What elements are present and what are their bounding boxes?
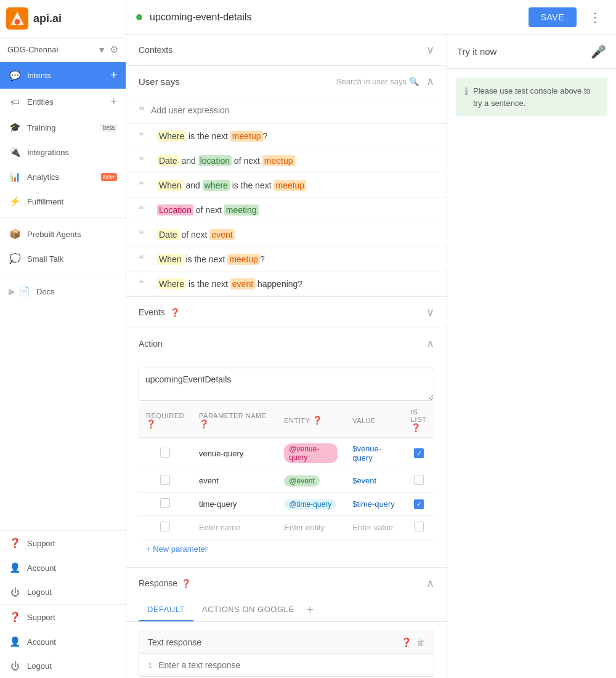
sidebar-item-prebuilt[interactable]: 📦 Prebuilt Agents [0, 222, 126, 246]
response-help-icon[interactable]: ❓ [181, 579, 191, 588]
value-header: VALUE [345, 403, 403, 438]
main-content: upcoming-event-details SAVE ⋮ Contexts ∨… [126, 0, 616, 678]
entity-highlight: meetup [227, 254, 260, 265]
required-checkbox[interactable] [160, 475, 170, 485]
islist-checkbox[interactable] [414, 475, 424, 485]
entity-highlight: meeting [224, 204, 259, 216]
settings-icon[interactable]: ⚙ [110, 44, 118, 55]
entity-help-icon[interactable]: ❓ [312, 416, 323, 425]
quote-icon: ❝ [139, 278, 151, 289]
save-button[interactable]: SAVE [529, 7, 577, 27]
sidebar-item-support2[interactable]: ❓ Support [0, 605, 126, 629]
try-it-label: Try it now [457, 46, 591, 57]
contexts-section: Contexts ∨ [126, 34, 447, 66]
expression-row: ❝ When is the next meetup? [126, 247, 447, 272]
sidebar-item-logout2[interactable]: ⏻ Logout [0, 654, 126, 678]
account-icon2: 👤 [9, 636, 21, 647]
sidebar-item-entities[interactable]: 🏷 Entities + [0, 89, 126, 115]
training-icon: 🎓 [9, 122, 21, 133]
islist-checkbox[interactable] [414, 522, 424, 531]
islist-cell [403, 469, 434, 493]
dropdown-arrow-icon: ▼ [97, 45, 106, 55]
action-input[interactable]: upcomingEventDetails [139, 368, 434, 401]
sidebar-item-support1[interactable]: ❓ Support [0, 531, 126, 555]
search-user-says[interactable]: Search in user says 🔍 [336, 77, 421, 86]
entity-cell: Enter entity [277, 516, 345, 539]
add-intent-icon[interactable]: + [110, 69, 117, 82]
sidebar-item-fulfillment[interactable]: ⚡ Fulfillment [0, 189, 126, 214]
quote-icon: ❝ [139, 103, 145, 117]
paramname-help-icon[interactable]: ❓ [199, 419, 209, 429]
expression-text: When and where is the next meetup [157, 180, 306, 190]
required-checkbox[interactable] [160, 498, 170, 508]
required-help-icon[interactable]: ❓ [146, 419, 156, 429]
more-options-button[interactable]: ⋮ [584, 7, 606, 27]
quote-icon: ❝ [139, 204, 151, 216]
islist-help-icon[interactable]: ❓ [411, 423, 421, 432]
contexts-chevron-icon: ∨ [426, 43, 434, 57]
sidebar-item-small-talk[interactable]: 💭 Small Talk [0, 246, 126, 271]
sidebar-item-label: Fulfillment [27, 197, 117, 206]
islist-checkbox[interactable]: ✓ [414, 448, 424, 458]
action-header[interactable]: Action ∧ [126, 328, 447, 359]
response-header: Response ❓ ∧ [126, 568, 447, 599]
user-says-title: User says [139, 76, 336, 87]
new-parameter-link[interactable]: + New parameter [146, 539, 208, 559]
sidebar-item-docs[interactable]: ▶ 📄 Docs [0, 279, 126, 304]
entities-icon: 🏷 [9, 97, 21, 107]
entity-highlight: location [198, 155, 232, 166]
add-expression-input[interactable] [151, 105, 434, 115]
fulfillment-icon: ⚡ [9, 196, 21, 207]
sidebar-item-logout1[interactable]: ⏻ Logout [0, 580, 126, 604]
required-checkbox[interactable] [160, 448, 170, 458]
sidebar-item-account1[interactable]: 👤 Account [0, 555, 126, 580]
app-name: api.ai [33, 12, 62, 25]
tab-actions-on-google[interactable]: ACTIONS ON GOOGLE [193, 599, 302, 621]
action-section: Action ∧ upcomingEventDetails REQUIRED ❓ [126, 328, 447, 568]
sidebar-item-label: Account [27, 637, 117, 647]
microphone-icon[interactable]: 🎤 [591, 44, 606, 59]
analytics-badge: new [101, 173, 117, 181]
text-response-title: Text response [148, 637, 401, 647]
tab-default[interactable]: DEFAULT [139, 599, 193, 621]
entity-tag: @event [284, 475, 320, 486]
value-cell: $event [345, 469, 403, 493]
param-value: $venue-query [352, 444, 381, 462]
try-it-bar: Try it now 🎤 [447, 34, 616, 69]
sidebar-item-integrations[interactable]: 🔌 Integrations [0, 140, 126, 164]
islist-checkbox[interactable]: ✓ [414, 499, 424, 509]
add-tab-button[interactable]: + [306, 603, 314, 617]
response-title: Response ❓ [139, 578, 426, 588]
param-value: $time-query [352, 499, 395, 509]
text-response-input[interactable] [158, 660, 425, 670]
workspace-selector[interactable]: GDG-Chennai ▼ ⚙ [0, 38, 126, 62]
expression-row: ❝ Where is the next meetup? [126, 124, 447, 148]
entity-cell: @time-query [277, 493, 345, 516]
prebuilt-icon: 📦 [9, 228, 21, 240]
events-title: Events ❓ [139, 307, 426, 317]
events-header[interactable]: Events ❓ ∨ [126, 297, 447, 328]
expression-row: ❝ Where is the next event happening? [126, 272, 447, 296]
contexts-header[interactable]: Contexts ∨ [126, 34, 447, 65]
entity-highlight: where [203, 180, 230, 191]
delete-icon[interactable]: 🗑 [416, 637, 425, 647]
param-name-header: PARAMETER NAME ❓ [192, 403, 277, 438]
sidebar-item-analytics[interactable]: 📊 Analytics new [0, 164, 126, 189]
required-checkbox[interactable] [160, 522, 170, 531]
contexts-title: Contexts [139, 45, 426, 55]
entity-highlight: Where [157, 278, 186, 289]
events-help-icon[interactable]: ❓ [170, 308, 180, 317]
user-says-chevron-icon: ∧ [426, 75, 434, 88]
svg-point-2 [15, 19, 20, 25]
expression-row: ❝ Date and location of next meetup [126, 148, 447, 173]
add-entity-icon[interactable]: + [110, 95, 117, 108]
help-circle-icon[interactable]: ❓ [401, 637, 411, 647]
sidebar-item-training[interactable]: 🎓 Training beta [0, 115, 126, 140]
user-says-header: User says Search in user says 🔍 ∧ [126, 66, 447, 97]
sidebar-item-account2[interactable]: 👤 Account [0, 629, 126, 654]
sidebar-item-label: Entities [27, 97, 110, 107]
small-talk-icon: 💭 [9, 253, 21, 264]
info-icon: ℹ [464, 86, 468, 97]
response-section: Response ❓ ∧ DEFAULT ACTIONS ON GOOGLE +… [126, 568, 447, 678]
sidebar-item-intents[interactable]: 💬 Intents + [0, 62, 126, 89]
